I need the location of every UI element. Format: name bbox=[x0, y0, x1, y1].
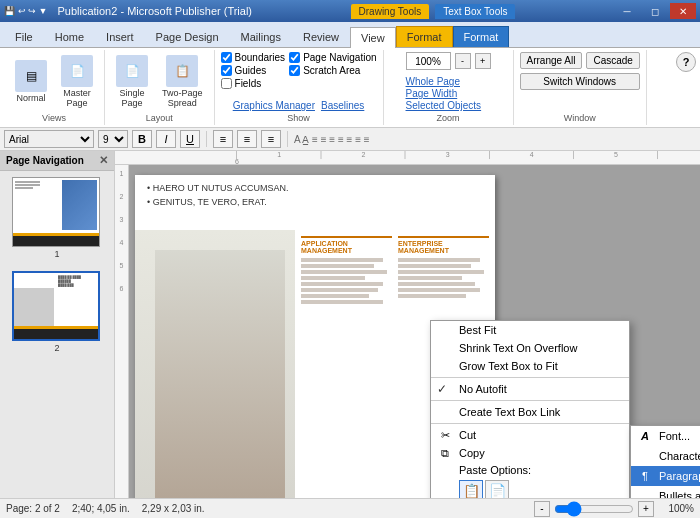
switch-windows-button[interactable]: Switch Windows bbox=[520, 73, 640, 90]
page-nav-checkbox-row[interactable]: Page Navigation bbox=[289, 52, 376, 63]
font-selector[interactable]: Arial bbox=[4, 130, 94, 148]
selected-objects-link[interactable]: Selected Objects bbox=[406, 100, 482, 111]
boundaries-label: Boundaries bbox=[235, 52, 286, 63]
two-page-spread-button[interactable]: 📋 Two-PageSpread bbox=[157, 52, 208, 111]
guides-checkbox-row[interactable]: Guides bbox=[221, 65, 286, 76]
ribbon-group-zoom: 100% - + Whole Page Page Width Selected … bbox=[384, 50, 514, 125]
tab-file[interactable]: File bbox=[4, 26, 44, 47]
zoom-in-status-button[interactable]: + bbox=[638, 501, 654, 517]
enterprise-header: ENTERPRISE MANAGEMENT bbox=[398, 236, 489, 254]
align-center-button[interactable]: ≡ bbox=[237, 130, 257, 148]
submenu-font-icon: A bbox=[637, 430, 653, 442]
bold-button[interactable]: B bbox=[132, 130, 152, 148]
page-1-image bbox=[62, 180, 97, 230]
font-size-selector[interactable]: 9 bbox=[98, 130, 128, 148]
window-controls[interactable]: ─ ◻ ✕ bbox=[614, 3, 696, 19]
underline-button[interactable]: U bbox=[180, 130, 200, 148]
zoom-slider[interactable] bbox=[554, 504, 634, 514]
title-bar: 💾 ↩ ↪ ▼ Publication2 - Microsoft Publish… bbox=[0, 0, 700, 22]
zoom-out-status-button[interactable]: - bbox=[534, 501, 550, 517]
change-text-submenu: A Font... Character Spacing... ¶ Paragra… bbox=[630, 425, 700, 498]
tab-home[interactable]: Home bbox=[44, 26, 95, 47]
ruler-marks: │ 1 │ 2 │ 3 │ 4 │ 5 │ 6 bbox=[230, 151, 700, 165]
minimize-button[interactable]: ─ bbox=[614, 3, 640, 19]
zoom-input[interactable]: 100% bbox=[406, 52, 451, 70]
scratch-area-checkbox-row[interactable]: Scratch Area bbox=[289, 65, 376, 76]
format-separator-2 bbox=[287, 131, 288, 147]
cascade-button[interactable]: Cascade bbox=[586, 52, 639, 69]
graphics-manager-label: Graphics Manager bbox=[233, 100, 315, 111]
page-1-frame bbox=[12, 177, 100, 247]
boundaries-checkbox[interactable] bbox=[221, 52, 232, 63]
page-2-dark-bar bbox=[14, 329, 98, 339]
scratch-area-checkbox[interactable] bbox=[289, 65, 300, 76]
tab-textbox-tools-format[interactable]: Format bbox=[453, 26, 510, 47]
single-page-button[interactable]: 📄 SinglePage bbox=[111, 52, 153, 111]
restore-button[interactable]: ◻ bbox=[642, 3, 668, 19]
tab-drawing-tools-format[interactable]: Format bbox=[396, 26, 453, 47]
whole-page-link[interactable]: Whole Page bbox=[406, 76, 482, 87]
cm-shrink-text[interactable]: Shrink Text On Overflow bbox=[431, 339, 629, 357]
page-nav-checkbox[interactable] bbox=[289, 52, 300, 63]
master-page-button[interactable]: 📄 MasterPage bbox=[56, 52, 98, 111]
submenu-paragraph[interactable]: ¶ Paragraph... bbox=[631, 466, 700, 486]
italic-button[interactable]: I bbox=[156, 130, 176, 148]
format-separator-1 bbox=[206, 131, 207, 147]
ribbon-group-views: ▤ Normal 📄 MasterPage Views bbox=[4, 50, 105, 125]
align-left-button[interactable]: ≡ bbox=[213, 130, 233, 148]
fields-checkbox[interactable] bbox=[221, 78, 232, 89]
page-info: Page: 2 of 2 bbox=[6, 503, 60, 514]
zoom-decrease-button[interactable]: - bbox=[455, 53, 471, 69]
size-info: 2,29 x 2,03 in. bbox=[142, 503, 205, 514]
tab-review[interactable]: Review bbox=[292, 26, 350, 47]
submenu-character-spacing[interactable]: Character Spacing... bbox=[631, 446, 700, 466]
submenu-bullets[interactable]: Bullets and Numbering... bbox=[631, 486, 700, 498]
fields-checkbox-row[interactable]: Fields bbox=[221, 78, 286, 89]
scratch-area-label: Scratch Area bbox=[303, 65, 360, 76]
zoom-increase-button[interactable]: + bbox=[475, 53, 491, 69]
submenu-paragraph-label: Paragraph... bbox=[659, 470, 700, 482]
format-bar: Arial 9 B I U ≡ ≡ ≡ A A̲ ≡ ≡ ≡ ≡ ≡ ≡ ≡ bbox=[0, 128, 700, 151]
cm-copy[interactable]: ⧉ Copy bbox=[431, 444, 629, 462]
help-button[interactable]: ? bbox=[676, 52, 696, 72]
nav-panel: Page Navigation ✕ bbox=[0, 151, 115, 498]
title-bar-left: 💾 ↩ ↪ ▼ Publication2 - Microsoft Publish… bbox=[4, 5, 252, 17]
normal-view-icon: ▤ bbox=[15, 60, 47, 92]
submenu-font[interactable]: A Font... bbox=[631, 426, 700, 446]
paste-box-1[interactable]: 📋 bbox=[459, 480, 483, 498]
thumb-line-2 bbox=[15, 184, 40, 186]
boundaries-checkbox-row[interactable]: Boundaries bbox=[221, 52, 286, 63]
text-line-1 bbox=[301, 258, 383, 262]
cm-cut[interactable]: ✂ Cut bbox=[431, 426, 629, 444]
rtext-line-3 bbox=[398, 270, 484, 274]
cm-no-autofit[interactable]: ✓ No Autofit bbox=[431, 380, 629, 398]
textbox-tools-tab-title: Text Box Tools bbox=[435, 4, 515, 19]
page-2-text: ████ ██ ██████████████ ███ bbox=[56, 273, 98, 289]
tab-page-design[interactable]: Page Design bbox=[145, 26, 230, 47]
guides-checkbox[interactable] bbox=[221, 65, 232, 76]
nav-panel-close[interactable]: ✕ bbox=[99, 154, 108, 167]
paste-box-2[interactable]: 📄 bbox=[485, 480, 509, 498]
genitus-text: • GENITUS, TE VERO, ERAT. bbox=[147, 197, 483, 207]
submenu-font-label: Font... bbox=[659, 430, 690, 442]
close-button[interactable]: ✕ bbox=[670, 3, 696, 19]
cm-best-fit[interactable]: Best Fit bbox=[431, 321, 629, 339]
page-1-text-lines bbox=[15, 181, 40, 190]
tab-insert[interactable]: Insert bbox=[95, 26, 145, 47]
tab-mailings[interactable]: Mailings bbox=[230, 26, 292, 47]
page-1-thumb[interactable]: 1 bbox=[12, 177, 102, 259]
cm-copy-label: Copy bbox=[459, 447, 485, 459]
page-2-frame: ████ ██ ██████████████ ███ bbox=[12, 271, 100, 341]
arrange-all-button[interactable]: Arrange All bbox=[520, 52, 583, 69]
page-width-link[interactable]: Page Width bbox=[406, 88, 482, 99]
text-line-5 bbox=[301, 282, 383, 286]
cm-grow-text[interactable]: Grow Text Box to Fit bbox=[431, 357, 629, 375]
fields-label: Fields bbox=[235, 78, 262, 89]
cm-paste-options-header: Paste Options: bbox=[431, 462, 629, 477]
page-2-thumb[interactable]: ████ ██ ██████████████ ███ 2 bbox=[12, 271, 102, 353]
normal-view-button[interactable]: ▤ Normal bbox=[10, 57, 52, 106]
tab-view[interactable]: View bbox=[350, 27, 396, 48]
cm-create-textbox-link[interactable]: Create Text Box Link bbox=[431, 403, 629, 421]
page-2-image bbox=[14, 288, 54, 328]
align-right-button[interactable]: ≡ bbox=[261, 130, 281, 148]
